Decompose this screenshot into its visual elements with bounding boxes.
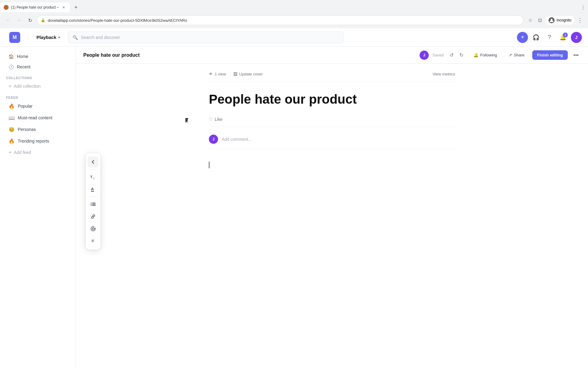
reload-button[interactable]: ↻ — [26, 16, 34, 25]
document-more-button[interactable]: ••• — [571, 51, 581, 60]
svg-text:A: A — [91, 187, 94, 191]
url-text: dovetailapp.com/stories/People-hate-our-… — [48, 18, 519, 23]
incognito-badge[interactable]: Incognito — [545, 16, 575, 25]
search-icon: 🔍 — [73, 35, 78, 40]
active-tab[interactable]: 🌿 (1) People hate our product – × — [0, 2, 70, 12]
home-label: Home — [17, 54, 28, 59]
mention-button[interactable] — [88, 223, 99, 234]
svg-rect-7 — [91, 204, 92, 205]
svg-rect-10 — [92, 205, 96, 206]
editor-cursor-area[interactable] — [209, 159, 455, 171]
more-tabs-button[interactable]: ⋮ — [578, 2, 588, 12]
browser-more-button[interactable]: ⋮ — [576, 16, 584, 25]
saved-label: Saved — [432, 53, 444, 57]
header-right: + 🎧 ? 🔔 1 J — [517, 32, 582, 43]
view-count-item[interactable]: 👁 1 view — [209, 72, 226, 76]
add-collection-button[interactable]: + Add collection — [2, 81, 73, 91]
collections-section-label: Collections — [0, 72, 76, 81]
sidebar-item-home[interactable]: 🏠 Home — [2, 52, 73, 61]
sidebar-item-popular[interactable]: 🔥 Popular — [2, 101, 73, 112]
svg-rect-6 — [92, 203, 96, 203]
header-divider — [28, 34, 28, 41]
following-label: Following — [480, 53, 497, 57]
browser-chrome: 🌿 (1) People hate our product – × + ⋮ ← … — [0, 0, 588, 28]
app-chevron-icon: ▾ — [58, 35, 60, 40]
forward-button[interactable]: → — [15, 16, 23, 25]
view-metrics-button[interactable]: View metrics — [433, 72, 455, 76]
address-bar[interactable]: 🔒 dovetailapp.com/stories/People-hate-ou… — [37, 15, 523, 25]
svg-rect-4 — [91, 191, 94, 192]
lock-icon: 🔒 — [41, 18, 45, 22]
toolbar-divider-2 — [89, 197, 97, 197]
trending-label: Trending reports — [18, 139, 49, 144]
popular-label: Popular — [18, 104, 32, 109]
document-title: People hate our product — [83, 52, 416, 58]
tag-button[interactable]: # — [88, 236, 99, 247]
document-body: 👁 1 view 🖼 Update cover View metrics Peo… — [194, 64, 470, 179]
comment-row: J Add comment... — [209, 134, 455, 149]
update-cover-button[interactable]: 🖼 Update cover — [233, 72, 263, 76]
add-feed-button[interactable]: + Add feed — [2, 147, 73, 158]
must-read-label: Must-read content — [18, 115, 52, 120]
workspace-avatar: M — [9, 32, 20, 43]
sidebar-item-recent[interactable]: 🕐 Recent — [2, 62, 73, 72]
like-button[interactable]: ♡ Like — [209, 117, 223, 122]
tab-close-button[interactable]: × — [61, 5, 66, 10]
document-actions-row: ♡ Like — [209, 117, 455, 127]
listen-button[interactable]: 🎧 — [530, 32, 541, 43]
share-button[interactable]: ↗ Share — [505, 51, 529, 59]
text-size-button[interactable]: TT — [88, 171, 99, 182]
add-collection-icon: + — [9, 83, 11, 89]
help-button[interactable]: ? — [544, 32, 555, 43]
redo-button[interactable]: ↻ — [457, 51, 466, 59]
incognito-icon — [548, 17, 555, 23]
sidebar-item-trending[interactable]: 🔥 Trending reports — [2, 136, 73, 147]
tab-favicon: 🌿 — [4, 5, 9, 10]
bell-doc-icon: 🔔 — [473, 53, 478, 57]
link-button[interactable] — [88, 211, 99, 222]
content-area: People hate our product J Saved ↺ ↻ 🔔 Fo… — [76, 47, 588, 368]
bookmark-button[interactable]: ☆ — [526, 16, 534, 25]
feeds-section-label: Feeds — [0, 92, 76, 101]
comment-input[interactable]: Add comment... — [222, 134, 455, 144]
svg-point-11 — [92, 228, 94, 230]
tab-bar: 🌿 (1) People hate our product – × + ⋮ — [0, 0, 588, 12]
home-icon: 🏠 — [9, 54, 14, 59]
update-cover-label: Update cover — [239, 72, 263, 76]
svg-rect-9 — [91, 205, 92, 206]
finish-editing-button[interactable]: Finish editing — [532, 50, 568, 60]
add-feed-label: Add feed — [14, 150, 31, 155]
doc-header: People hate our product J Saved ↺ ↻ 🔔 Fo… — [76, 47, 588, 64]
recent-icon: 🕐 — [9, 64, 14, 69]
sidebar: 🏠 Home 🕐 Recent Collections + Add collec… — [0, 47, 76, 368]
app-name: Playback — [36, 35, 56, 40]
undo-redo-controls: ↺ ↻ — [447, 51, 466, 59]
share-label: Share — [514, 53, 525, 57]
comment-user-avatar: J — [209, 135, 218, 144]
tab-layout-button[interactable]: ⊡ — [536, 16, 544, 25]
search-bar[interactable]: 🔍 Search and discover — [68, 32, 344, 43]
document-author-avatar[interactable]: J — [420, 51, 429, 60]
undo-button[interactable]: ↺ — [447, 51, 456, 59]
create-button[interactable]: + — [517, 32, 528, 43]
app-name-selector[interactable]: Playback ▾ — [33, 33, 63, 42]
back-button[interactable]: ← — [4, 16, 12, 25]
text-color-button[interactable]: A — [88, 184, 99, 195]
workspace-selector[interactable]: M — [6, 30, 23, 45]
following-button[interactable]: 🔔 Following — [469, 51, 501, 59]
sidebar-item-must-read[interactable]: 📖 Must-read content — [2, 112, 73, 123]
list-button[interactable] — [88, 199, 99, 210]
toolbar-divider-1 — [89, 169, 97, 170]
eye-icon: 👁 — [209, 72, 213, 76]
share-icon: ↗ — [509, 53, 512, 57]
new-tab-button[interactable]: + — [71, 2, 81, 12]
saved-status: Saved — [432, 53, 444, 57]
incognito-label: Incognito — [556, 18, 571, 22]
sidebar-item-personas[interactable]: 😊 Personas — [2, 124, 73, 135]
popular-icon: 🔥 — [9, 103, 15, 109]
user-avatar[interactable]: J — [571, 32, 582, 43]
toolbar-back-button[interactable] — [88, 156, 99, 167]
image-icon: 🖼 — [233, 72, 237, 76]
notification-button[interactable]: 🔔 1 — [557, 32, 568, 43]
text-cursor — [209, 162, 209, 168]
